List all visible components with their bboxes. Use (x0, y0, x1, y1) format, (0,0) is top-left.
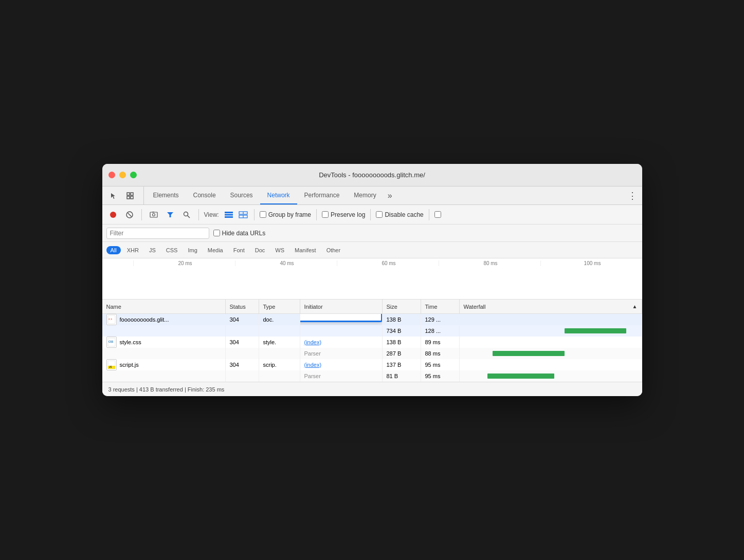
initiator-popup: Other (index) Parser (index) Parser (300, 314, 383, 322)
window-controls (108, 172, 137, 178)
tab-network[interactable]: Network (260, 186, 297, 204)
html-icon-svg: < > (107, 315, 116, 324)
close-button[interactable] (108, 172, 115, 178)
tab-icons (106, 186, 144, 204)
tick-4: 80 ms (439, 260, 540, 266)
tab-sources[interactable]: Sources (223, 186, 260, 204)
extra-checkbox[interactable] (434, 211, 441, 218)
file-name-1: fooooooooods.glit... (120, 316, 169, 323)
clear-button[interactable] (123, 208, 136, 221)
filter-js-button[interactable]: JS (145, 246, 160, 254)
filter-all-button[interactable]: All (106, 246, 121, 254)
th-initiator[interactable]: Initiator (300, 300, 383, 313)
table-row-2-line2: Parser 287 B 88 ms (102, 348, 642, 359)
filter-media-button[interactable]: Media (204, 246, 227, 254)
svg-rect-13 (225, 212, 233, 213)
minimize-button[interactable] (119, 172, 126, 178)
filter-other-button[interactable]: Other (322, 246, 345, 254)
svg-text:JS: JS (109, 366, 112, 368)
tick-1: 20 ms (133, 260, 235, 266)
grid-view-button[interactable] (238, 209, 249, 220)
extra-checkbox-label[interactable] (434, 211, 441, 218)
sort-arrow-icon: ▲ (632, 304, 638, 309)
timeline-ruler: 20 ms 40 ms 60 ms 80 ms 100 ms (102, 258, 642, 300)
tab-performance[interactable]: Performance (297, 186, 347, 204)
tab-elements[interactable]: Elements (146, 186, 186, 204)
group-by-frame-label[interactable]: Group by frame (260, 211, 311, 218)
th-type[interactable]: Type (259, 300, 300, 313)
table-row[interactable]: JS script.js 304 scrip. (index) (102, 359, 642, 382)
toolbar-separator-6 (429, 209, 429, 220)
hide-data-urls-label[interactable]: Hide data URLs (213, 230, 266, 237)
filter-input[interactable] (106, 228, 209, 239)
preserve-log-checkbox[interactable] (322, 211, 329, 218)
js-file-icon: JS (106, 359, 117, 370)
cursor-icon (110, 192, 117, 199)
tick-3: 60 ms (337, 260, 439, 266)
devtools-menu-button[interactable]: ⋮ (623, 186, 642, 204)
th-time[interactable]: Time (421, 300, 460, 313)
tick-2: 40 ms (235, 260, 337, 266)
tick-5: 100 ms (540, 260, 642, 266)
inspect-icon (126, 192, 134, 199)
filter-img-button[interactable]: Img (184, 246, 201, 254)
disable-cache-label[interactable]: Disable cache (376, 211, 423, 218)
filter-css-button[interactable]: CSS (162, 246, 182, 254)
file-name-2: style.css (120, 339, 141, 345)
inspect-icon-button[interactable] (123, 189, 137, 203)
html-file-icon: < > (106, 314, 117, 325)
th-size[interactable]: Size (383, 300, 421, 313)
waterfall-bar-3 (487, 374, 554, 379)
svg-text:CSS: CSS (108, 341, 113, 343)
file-name-3: script.js (120, 362, 139, 368)
filter-doc-button[interactable]: Doc (251, 246, 269, 254)
th-name[interactable]: Name (102, 300, 226, 313)
view-label: View: (204, 211, 219, 218)
filter-xhr-button[interactable]: XHR (123, 246, 143, 254)
table-row-3-line2: Parser 81 B 95 ms (102, 370, 642, 382)
tab-console[interactable]: Console (186, 186, 223, 204)
filter-ws-button[interactable]: WS (271, 246, 288, 254)
status-bar: 3 requests | 413 B transferred | Finish:… (102, 382, 642, 396)
filter-font-button[interactable]: Font (229, 246, 249, 254)
svg-point-5 (126, 212, 133, 218)
filter-icon-button[interactable] (164, 208, 177, 221)
svg-rect-3 (131, 196, 133, 199)
screenshot-icon (150, 211, 158, 218)
more-tabs-button[interactable]: » (384, 186, 396, 204)
preserve-log-label[interactable]: Preserve log (322, 211, 365, 218)
hide-data-urls-checkbox[interactable] (213, 230, 220, 236)
table-row[interactable]: < > fooooooooods.glit... 304 doc. Other (102, 314, 642, 337)
th-waterfall[interactable]: Waterfall ▲ (460, 300, 642, 313)
maximize-button[interactable] (130, 172, 137, 178)
filter-manifest-button[interactable]: Manifest (291, 246, 320, 254)
list-view-button[interactable] (223, 209, 234, 220)
table-row-line2: 734 B 128 ... (102, 325, 642, 337)
tab-memory[interactable]: Memory (347, 186, 383, 204)
record-button[interactable] (106, 208, 120, 221)
table-row-2-line1: CSS style.css 304 style. (index) (102, 337, 642, 348)
table-row-line1: < > fooooooooods.glit... 304 doc. Other (102, 314, 642, 325)
group-by-frame-checkbox[interactable] (260, 211, 266, 218)
network-toolbar: View: Group by frame Preserve log (102, 205, 642, 225)
search-icon (183, 211, 190, 218)
cursor-icon-button[interactable] (106, 189, 121, 203)
table-row[interactable]: CSS style.css 304 style. (index) (102, 337, 642, 359)
filter-icon (167, 211, 174, 218)
svg-line-12 (187, 215, 190, 218)
disable-cache-checkbox[interactable] (376, 211, 383, 218)
clear-icon (126, 211, 133, 218)
list-view-icon (224, 211, 233, 218)
initiator-index-3[interactable]: (index) (304, 362, 322, 368)
search-button[interactable] (180, 208, 193, 221)
initiator-index-2[interactable]: (index) (304, 339, 322, 345)
th-status[interactable]: Status (226, 300, 259, 313)
toolbar-separator-5 (370, 209, 371, 220)
devtools-window: DevTools - fooooooooods.glitch.me/ Eleme… (102, 164, 642, 396)
title-bar: DevTools - fooooooooods.glitch.me/ (102, 164, 642, 186)
svg-point-4 (110, 212, 116, 218)
toolbar-separator-4 (316, 209, 317, 220)
screenshot-button[interactable] (147, 208, 160, 221)
grid-view-icon (239, 211, 248, 218)
initiator-section-2: (index) Parser (300, 314, 377, 316)
